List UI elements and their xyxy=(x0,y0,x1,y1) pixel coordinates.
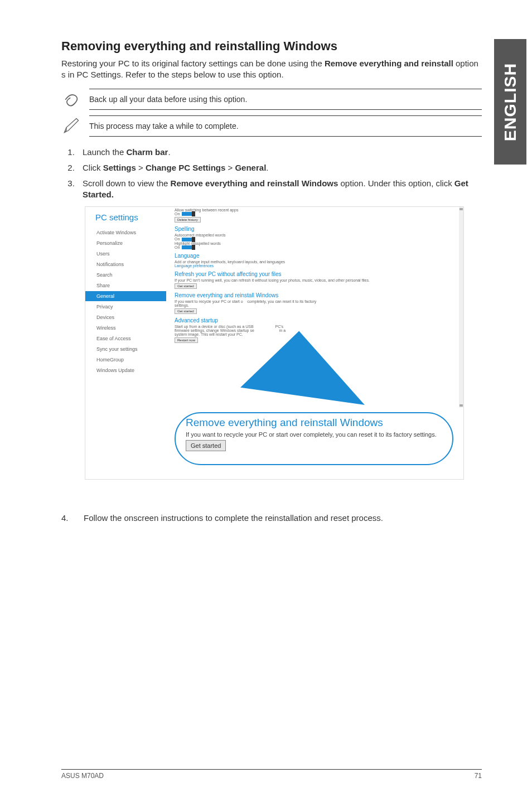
step-4-text: Follow the onscreen instructions to comp… xyxy=(84,513,383,523)
toggle-icon[interactable] xyxy=(182,212,195,216)
paperclip-icon xyxy=(61,89,81,109)
sidebar-item-privacy[interactable]: Privacy xyxy=(95,302,166,312)
note-backup: Back up all your data before using this … xyxy=(61,89,482,110)
sidebar-item-activate[interactable]: Activate Windows xyxy=(95,228,166,238)
ss-remove-text: If you want to recycle your PC or start … xyxy=(175,299,459,307)
sidebar-item-ease[interactable]: Ease of Access xyxy=(95,334,166,344)
get-started-remove-button[interactable]: Get started xyxy=(175,308,197,314)
restart-now-button[interactable]: Restart now xyxy=(175,337,198,343)
ss-sidebar: PC settings Activate Windows Personalize… xyxy=(85,207,166,408)
toggle-icon[interactable] xyxy=(182,245,195,249)
steps-list: Launch the Charm bar. Click Settings > C… xyxy=(61,147,482,201)
step-2: Click Settings > Change PC Settings > Ge… xyxy=(77,162,482,173)
sidebar-item-general[interactable]: General xyxy=(85,291,166,301)
note-time: This process may take a while to complet… xyxy=(61,115,482,137)
step-4: 4. Follow the onscreen instructions to c… xyxy=(61,513,482,523)
step-4-number: 4. xyxy=(61,513,71,523)
footer-model: ASUS M70AD xyxy=(61,772,104,780)
callout-get-started-button[interactable]: Get started xyxy=(186,440,226,451)
ss-on-toggle-2: On xyxy=(175,237,459,241)
get-started-refresh-button[interactable]: Get started xyxy=(175,283,197,289)
sidebar-item-personalize[interactable]: Personalize xyxy=(95,238,166,248)
ss-advanced-heading: Advanced startup xyxy=(175,317,459,323)
ss-spelling-heading: Spelling xyxy=(175,226,459,232)
scroll-down-icon[interactable] xyxy=(460,404,463,407)
callout-title: Remove everything and reinstall Windows xyxy=(186,417,442,429)
section-title: Removing everything and reinstalling Win… xyxy=(61,39,482,54)
ss-on-toggle-1: On xyxy=(175,212,459,216)
scrollbar[interactable] xyxy=(459,207,463,408)
ss-refresh-heading: Refresh your PC without affecting your f… xyxy=(175,271,459,277)
sidebar-item-users[interactable]: Users xyxy=(95,249,166,259)
delete-history-button[interactable]: Delete history xyxy=(175,217,201,223)
pencil-icon xyxy=(61,115,81,136)
page-footer: ASUS M70AD 71 xyxy=(61,769,482,780)
callout-bubble: Remove everything and reinstall Windows … xyxy=(175,412,453,465)
ss-remove-heading: Remove everything and reinstall Windows xyxy=(175,292,459,298)
intro-paragraph: Restoring your PC to its original factor… xyxy=(61,58,482,81)
ss-autocorrect: Autocorrect misspelled words xyxy=(175,233,459,237)
sidebar-item-share[interactable]: Share xyxy=(95,281,166,291)
footer-page-number: 71 xyxy=(475,772,482,780)
ss-language-heading: Language xyxy=(175,253,459,259)
ss-allow-switching: Allow switching between recent apps xyxy=(175,208,459,212)
step-1: Launch the Charm bar. xyxy=(77,147,482,158)
sidebar-item-search[interactable]: Search xyxy=(95,270,166,280)
sidebar-item-update[interactable]: Windows Update xyxy=(95,365,166,375)
ss-pc-settings-heading: PC settings xyxy=(95,212,166,222)
note-time-text: This process may take a while to complet… xyxy=(89,115,482,137)
ss-on-toggle-3: On xyxy=(175,245,459,250)
pc-settings-screenshot: PC settings Activate Windows Personalize… xyxy=(85,206,464,480)
callout-body: If you want to recycle your PC or start … xyxy=(186,431,442,438)
language-preferences-link[interactable]: Language preferences xyxy=(175,264,459,268)
sidebar-item-notifications[interactable]: Notifications xyxy=(95,259,166,269)
sidebar-item-devices[interactable]: Devices xyxy=(95,312,166,322)
scroll-up-icon[interactable] xyxy=(460,208,463,210)
ss-language-text: Add or change input methods, keyboard la… xyxy=(175,260,459,264)
intro-bold: Remove everything and reinstall xyxy=(325,59,453,68)
note-backup-text: Back up all your data before using this … xyxy=(89,89,482,110)
toggle-icon[interactable] xyxy=(182,238,195,241)
sidebar-item-wireless[interactable]: Wireless xyxy=(95,323,166,333)
ss-refresh-text: If your PC isn't running well, you can r… xyxy=(175,278,459,282)
intro-pre: Restoring your PC to its original factor… xyxy=(61,59,325,68)
step-3: Scroll down to view the Remove everythin… xyxy=(77,178,482,201)
sidebar-item-sync[interactable]: Sync your settings xyxy=(95,344,166,354)
page-content: Removing everything and reinstalling Win… xyxy=(0,0,532,545)
ss-highlight: Highlight misspelled words xyxy=(175,241,459,245)
sidebar-item-homegroup[interactable]: HomeGroup xyxy=(95,355,166,365)
